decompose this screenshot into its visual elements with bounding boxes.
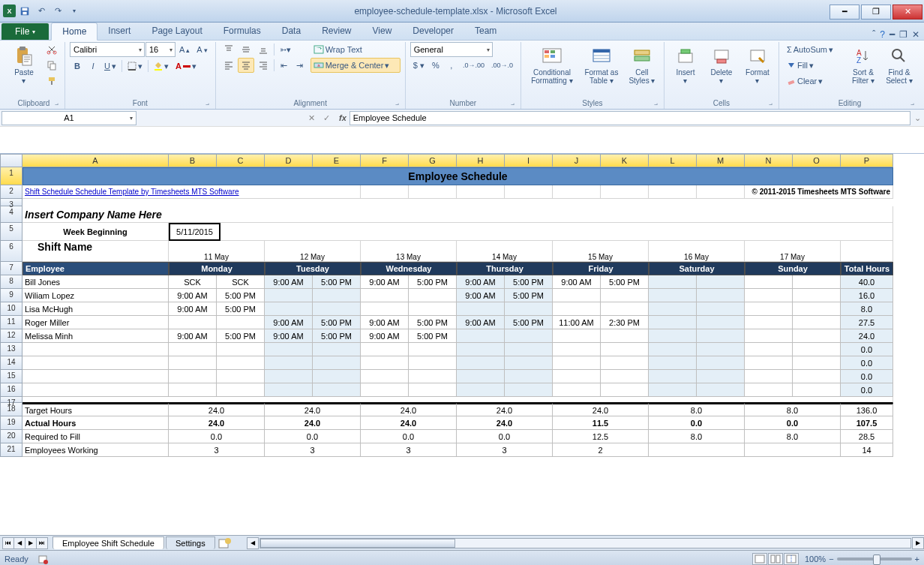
schedule-cell-3-4[interactable]: 9:00 AM — [361, 316, 409, 329]
schedule-cell-2-5[interactable] — [409, 302, 457, 316]
total-cell-4[interactable]: 24.0 — [841, 329, 893, 343]
wrap-text-button[interactable]: Wrap Text — [310, 42, 393, 57]
minimize-button[interactable]: ━ — [830, 5, 860, 20]
schedule-cell-1-11[interactable] — [697, 289, 745, 302]
row-header-5[interactable]: 5 — [0, 223, 22, 241]
schedule-cell-1-8[interactable] — [553, 289, 601, 302]
conditional-formatting-button[interactable]: Conditional Formatting ▾ — [526, 42, 578, 87]
row-header-8[interactable]: 8 — [0, 275, 22, 289]
total-cell-8[interactable]: 0.0 — [841, 383, 893, 397]
schedule-cell-5-0[interactable] — [169, 343, 217, 356]
day-header-monday[interactable]: Monday — [169, 262, 265, 275]
col-header-J[interactable]: J — [553, 154, 601, 167]
copyright-cell[interactable]: © 2011-2015 Timesheets MTS Software — [745, 185, 893, 199]
day-header-thursday[interactable]: Thursday — [457, 262, 553, 275]
schedule-cell-5-1[interactable] — [217, 343, 265, 356]
schedule-cell-5-12[interactable] — [745, 343, 793, 356]
summary-val-2-4[interactable]: 12.5 — [553, 430, 649, 443]
row-header-7[interactable]: 7 — [0, 262, 22, 275]
cell[interactable] — [601, 185, 649, 199]
qat-dropdown-icon[interactable]: ▾ — [67, 4, 82, 19]
schedule-cell-2-6[interactable] — [457, 302, 505, 316]
schedule-cell-2-8[interactable] — [553, 302, 601, 316]
cell[interactable] — [457, 185, 505, 199]
schedule-cell-6-12[interactable] — [745, 356, 793, 370]
cell[interactable] — [697, 185, 745, 199]
total-cell-0[interactable]: 40.0 — [841, 275, 893, 289]
summary-val-0-2[interactable]: 24.0 — [361, 403, 457, 416]
schedule-cell-6-8[interactable] — [553, 356, 601, 370]
schedule-cell-0-0[interactable]: SCK — [169, 275, 217, 289]
schedule-cell-5-5[interactable] — [409, 343, 457, 356]
summary-val-3-3[interactable]: 3 — [457, 443, 553, 457]
schedule-cell-2-7[interactable] — [505, 302, 553, 316]
schedule-cell-6-0[interactable] — [169, 356, 217, 370]
summary-val-1-3[interactable]: 24.0 — [457, 416, 553, 430]
new-sheet-icon[interactable] — [218, 538, 232, 548]
col-header-H[interactable]: H — [457, 154, 505, 167]
zoom-slider[interactable] — [837, 557, 912, 560]
schedule-cell-7-0[interactable] — [169, 370, 217, 383]
qat-redo-icon[interactable]: ↷ — [50, 4, 65, 19]
schedule-cell-5-4[interactable] — [361, 343, 409, 356]
date-header-5[interactable]: 16 May — [649, 241, 745, 262]
cell[interactable] — [505, 185, 553, 199]
employee-name-7[interactable] — [22, 370, 169, 383]
schedule-cell-6-3[interactable] — [313, 356, 361, 370]
schedule-cell-7-10[interactable] — [649, 370, 697, 383]
orientation-button[interactable]: ➳▾ — [277, 42, 294, 57]
schedule-cell-6-1[interactable] — [217, 356, 265, 370]
summary-val-3-0[interactable]: 3 — [169, 443, 265, 457]
row-header-14[interactable]: 14 — [0, 356, 22, 370]
summary-val-2-0[interactable]: 0.0 — [169, 430, 265, 443]
underline-button[interactable]: U ▾ — [101, 59, 119, 74]
schedule-cell-7-9[interactable] — [601, 370, 649, 383]
schedule-cell-8-4[interactable] — [361, 383, 409, 397]
row-header-13[interactable]: 13 — [0, 343, 22, 356]
help-icon[interactable]: ? — [880, 29, 885, 40]
increase-indent-button[interactable]: ⇥ — [292, 58, 308, 73]
day-header-friday[interactable]: Friday — [553, 262, 649, 275]
name-box[interactable] — [2, 111, 136, 125]
tab-prev-icon[interactable]: ◀ — [14, 537, 26, 549]
date-header-3[interactable]: 14 May — [457, 241, 553, 262]
schedule-cell-3-3[interactable]: 5:00 PM — [313, 316, 361, 329]
schedule-cell-6-9[interactable] — [601, 356, 649, 370]
summary-val-0-6[interactable]: 8.0 — [745, 403, 841, 416]
schedule-cell-6-13[interactable] — [793, 356, 841, 370]
cell[interactable] — [553, 185, 601, 199]
sheet-tab-settings[interactable]: Settings — [166, 536, 215, 549]
qat-save-icon[interactable] — [17, 4, 32, 19]
schedule-cell-2-1[interactable]: 5:00 PM — [217, 302, 265, 316]
schedule-cell-7-13[interactable] — [793, 370, 841, 383]
ribbon-tab-review[interactable]: Review — [311, 23, 362, 40]
total-cell-5[interactable]: 0.0 — [841, 343, 893, 356]
summary-val-2-3[interactable]: 0.0 — [457, 430, 553, 443]
schedule-cell-1-4[interactable] — [361, 289, 409, 302]
ribbon-tab-data[interactable]: Data — [272, 23, 311, 40]
comma-button[interactable]: , — [444, 58, 459, 73]
enter-formula-icon[interactable]: ✓ — [320, 113, 333, 123]
schedule-cell-4-13[interactable] — [793, 329, 841, 343]
schedule-cell-0-2[interactable]: 9:00 AM — [265, 275, 313, 289]
schedule-cell-8-10[interactable] — [649, 383, 697, 397]
workbook-restore-icon[interactable]: ❐ — [899, 29, 908, 40]
row-header-17[interactable]: 17 — [0, 397, 22, 403]
schedule-cell-7-8[interactable] — [553, 370, 601, 383]
row-header-9[interactable]: 9 — [0, 289, 22, 302]
row-header-10[interactable]: 10 — [0, 302, 22, 316]
schedule-cell-8-1[interactable] — [217, 383, 265, 397]
summary-val-1-0[interactable]: 24.0 — [169, 416, 265, 430]
schedule-cell-4-4[interactable]: 9:00 AM — [361, 329, 409, 343]
schedule-cell-5-8[interactable] — [553, 343, 601, 356]
schedule-cell-6-4[interactable] — [361, 356, 409, 370]
border-button[interactable]: ▾ — [124, 59, 146, 74]
col-header-D[interactable]: D — [265, 154, 313, 167]
summary-label-1[interactable]: Actual Hours — [22, 416, 169, 430]
total-cell-7[interactable]: 0.0 — [841, 370, 893, 383]
schedule-cell-3-9[interactable]: 2:30 PM — [601, 316, 649, 329]
employee-name-4[interactable]: Melissa Minh — [22, 329, 169, 343]
hscroll-track[interactable] — [260, 538, 911, 548]
summary-total-2[interactable]: 28.5 — [841, 430, 893, 443]
col-header-O[interactable]: O — [793, 154, 841, 167]
